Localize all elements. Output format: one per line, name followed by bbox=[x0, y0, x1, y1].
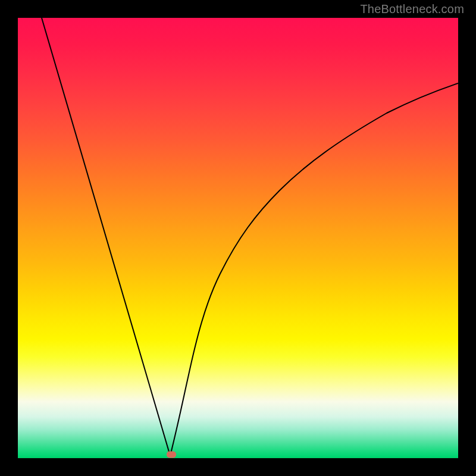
minimum-marker-icon bbox=[167, 452, 176, 458]
plot-area bbox=[18, 18, 458, 458]
curve-right-branch bbox=[170, 83, 458, 456]
watermark-text: TheBottleneck.com bbox=[360, 2, 464, 16]
curve-left-branch bbox=[42, 18, 170, 456]
bottleneck-curve bbox=[18, 18, 458, 458]
chart-frame: TheBottleneck.com bbox=[0, 0, 476, 476]
